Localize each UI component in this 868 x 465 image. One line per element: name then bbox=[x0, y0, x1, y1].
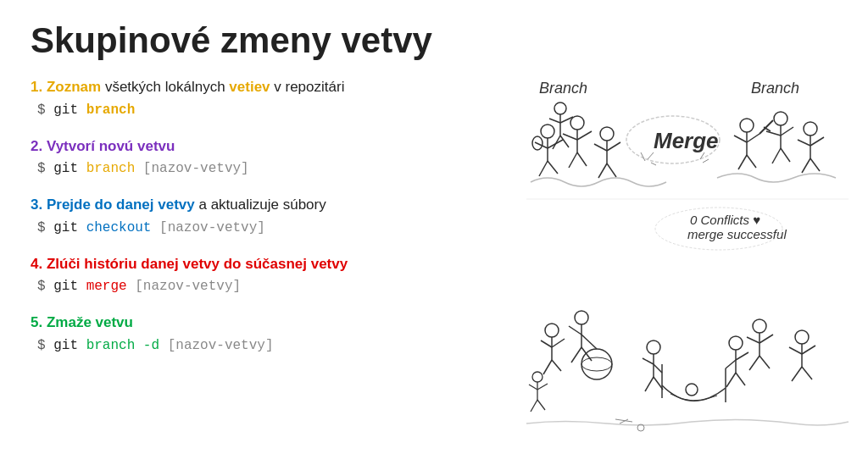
item-4-cmd: $ git merge [nazov-vetvy] bbox=[31, 276, 505, 296]
svg-line-25 bbox=[549, 119, 560, 123]
svg-line-56 bbox=[552, 339, 565, 347]
svg-point-37 bbox=[774, 112, 787, 125]
svg-point-11 bbox=[570, 116, 584, 130]
list-item-2: 2. Vytvorí novú vetvu $ git branch [nazo… bbox=[31, 136, 505, 180]
svg-line-104 bbox=[648, 152, 654, 159]
svg-line-100 bbox=[537, 384, 548, 390]
svg-line-20 bbox=[607, 142, 620, 151]
illustration-panel: Branch Branch Merge bbox=[522, 76, 837, 371]
svg-line-58 bbox=[552, 360, 561, 371]
svg-line-13 bbox=[563, 134, 577, 140]
svg-line-86 bbox=[645, 377, 654, 391]
item-2-number: 2. bbox=[31, 138, 42, 154]
svg-line-39 bbox=[766, 131, 781, 136]
svg-point-81 bbox=[686, 384, 698, 396]
svg-line-72 bbox=[760, 356, 770, 368]
svg-line-45 bbox=[798, 140, 810, 146]
svg-line-71 bbox=[749, 356, 760, 370]
svg-line-55 bbox=[541, 340, 552, 347]
svg-line-75 bbox=[789, 347, 802, 354]
item-5-label: Zmaže vetvu bbox=[47, 314, 133, 330]
item-3-label-bold: Prejde do danej vetvy bbox=[47, 197, 195, 213]
svg-line-69 bbox=[747, 337, 760, 343]
svg-text:Branch: Branch bbox=[539, 80, 587, 97]
svg-line-41 bbox=[772, 148, 781, 163]
svg-line-31 bbox=[734, 136, 747, 142]
svg-line-9 bbox=[548, 161, 558, 174]
item-5-cmd: $ git branch -d [nazov-vetvy] bbox=[31, 335, 505, 356]
svg-line-21 bbox=[598, 163, 607, 178]
svg-point-67 bbox=[753, 319, 766, 333]
item-3-number: 3. bbox=[31, 197, 42, 213]
svg-line-102 bbox=[537, 400, 545, 410]
svg-line-48 bbox=[810, 158, 820, 171]
svg-point-82 bbox=[647, 340, 660, 354]
svg-point-97 bbox=[532, 372, 542, 382]
svg-line-101 bbox=[531, 400, 537, 412]
svg-point-88 bbox=[729, 336, 743, 350]
svg-line-33 bbox=[738, 155, 747, 169]
svg-line-65 bbox=[571, 347, 581, 363]
svg-text:Merge: Merge bbox=[654, 128, 719, 153]
svg-line-92 bbox=[726, 373, 736, 387]
illustration-svg: Branch Branch Merge bbox=[522, 68, 853, 465]
svg-point-17 bbox=[600, 127, 614, 141]
svg-line-15 bbox=[569, 152, 577, 168]
page-title: Skupinové zmeny vetvy bbox=[0, 0, 868, 76]
svg-line-93 bbox=[736, 373, 745, 385]
item-4-number: 4. bbox=[31, 256, 42, 272]
svg-point-29 bbox=[740, 119, 754, 132]
svg-text:0 Conflicts ♥: 0 Conflicts ♥ bbox=[690, 213, 760, 227]
svg-point-4 bbox=[541, 125, 554, 138]
list-item-1: 1. Zoznam všetkých lokálnych vetiev v re… bbox=[31, 76, 505, 120]
svg-line-91 bbox=[736, 352, 748, 360]
svg-line-78 bbox=[802, 367, 812, 379]
list-item-3: 3. Prejde do danej vetvy a aktualizuje s… bbox=[31, 194, 505, 238]
svg-line-16 bbox=[577, 152, 587, 166]
svg-point-23 bbox=[554, 102, 566, 114]
svg-point-60 bbox=[581, 357, 612, 371]
svg-line-32 bbox=[747, 134, 760, 142]
item-1-label-pre: Zoznam bbox=[47, 79, 101, 95]
item-1-keyword: vetiev bbox=[229, 79, 270, 95]
item-1-number: 1. bbox=[31, 79, 42, 95]
svg-point-73 bbox=[795, 330, 809, 344]
list-item-4: 4. Zlúči históriu danej vetvy do súčasne… bbox=[31, 253, 505, 297]
svg-text:Branch: Branch bbox=[751, 80, 799, 97]
item-1-label-post: v repozitári bbox=[274, 79, 344, 95]
svg-line-40 bbox=[781, 127, 793, 136]
svg-line-105 bbox=[651, 163, 656, 165]
item-1-cmd: $ git branch bbox=[31, 100, 505, 120]
item-4-label: Zlúči históriu danej vetvy do súčasnej v… bbox=[47, 256, 348, 272]
item-3-cmd: $ git checkout [nazov-vetvy] bbox=[31, 218, 505, 238]
svg-line-85 bbox=[654, 364, 662, 373]
svg-line-34 bbox=[747, 155, 756, 168]
svg-line-14 bbox=[577, 131, 592, 140]
svg-line-47 bbox=[802, 158, 810, 173]
svg-point-43 bbox=[804, 122, 817, 136]
illustration: Branch Branch Merge bbox=[522, 68, 853, 465]
svg-point-53 bbox=[545, 324, 559, 337]
svg-line-57 bbox=[543, 360, 552, 374]
svg-line-28 bbox=[560, 136, 569, 147]
svg-line-107 bbox=[703, 159, 709, 163]
svg-line-22 bbox=[607, 163, 616, 177]
item-1-label-mid: všetkých lokálnych bbox=[105, 79, 229, 95]
svg-line-99 bbox=[529, 385, 537, 390]
svg-line-77 bbox=[792, 367, 802, 381]
item-5-number: 5. bbox=[31, 314, 42, 330]
svg-line-84 bbox=[643, 358, 654, 364]
svg-line-46 bbox=[810, 137, 824, 146]
svg-line-76 bbox=[802, 346, 815, 354]
svg-line-63 bbox=[569, 326, 581, 335]
left-panel: 1. Zoznam všetkých lokálnych vetiev v re… bbox=[31, 76, 505, 371]
item-2-label: Vytvorí novú vetvu bbox=[47, 138, 175, 154]
svg-line-8 bbox=[539, 161, 548, 176]
svg-line-90 bbox=[726, 360, 736, 368]
svg-line-19 bbox=[594, 144, 607, 151]
svg-line-64 bbox=[581, 335, 597, 349]
svg-text:merge successful: merge successful bbox=[687, 227, 787, 241]
svg-point-61 bbox=[575, 311, 588, 324]
item-3-label-rest: a aktualizuje súbory bbox=[198, 197, 326, 213]
item-2-cmd: $ git branch [nazov-vetvy] bbox=[31, 158, 505, 179]
